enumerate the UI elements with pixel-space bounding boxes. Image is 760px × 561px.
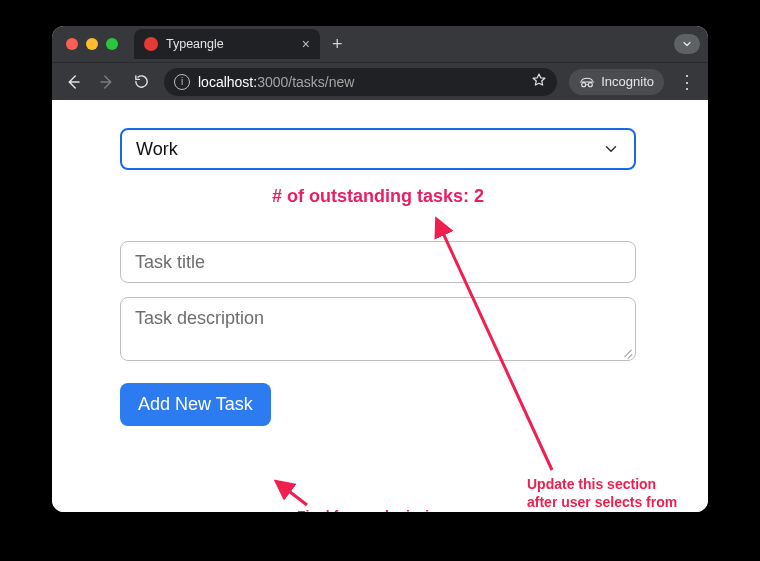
- arrow-left-icon: [64, 73, 82, 91]
- forward-button[interactable]: [96, 71, 118, 93]
- fullscreen-window-button[interactable]: [106, 38, 118, 50]
- toolbar: i localhost:3000/tasks/new Incognito ⋮: [52, 62, 708, 100]
- annotation-submit-note: Final form submission: [297, 508, 446, 512]
- chevron-down-icon: [681, 38, 693, 50]
- favicon-icon: [144, 37, 158, 51]
- new-tab-button[interactable]: +: [326, 34, 349, 55]
- browser-window: Typeangle × + i localhost:3000/tasks/new: [52, 26, 708, 512]
- site-info-icon[interactable]: i: [174, 74, 190, 90]
- close-window-button[interactable]: [66, 38, 78, 50]
- reload-button[interactable]: [130, 71, 152, 93]
- task-title-input[interactable]: Task title: [120, 241, 636, 283]
- star-icon: [531, 72, 547, 88]
- url-host: localhost:3000/tasks/new: [198, 74, 354, 90]
- chevron-down-icon: [602, 140, 620, 158]
- add-task-button-label: Add New Task: [138, 394, 253, 414]
- window-controls: [66, 38, 118, 50]
- back-button[interactable]: [62, 71, 84, 93]
- incognito-label: Incognito: [601, 74, 654, 89]
- placeholder-text: Task description: [135, 308, 264, 328]
- reload-icon: [133, 73, 150, 90]
- page-content: Work # of outstanding tasks: 2 Task titl…: [52, 100, 708, 512]
- add-task-button[interactable]: Add New Task: [120, 383, 271, 426]
- titlebar: Typeangle × +: [52, 26, 708, 62]
- tab-active[interactable]: Typeangle ×: [134, 29, 320, 59]
- outstanding-count: # of outstanding tasks: 2: [120, 186, 636, 207]
- resize-handle-icon[interactable]: [622, 347, 632, 357]
- tab-title: Typeangle: [166, 37, 294, 51]
- minimize-window-button[interactable]: [86, 38, 98, 50]
- annotation-dropdown-note: Update this section after user selects f…: [527, 476, 687, 512]
- bookmark-button[interactable]: [531, 72, 547, 91]
- browser-menu-button[interactable]: ⋮: [676, 71, 698, 93]
- address-bar[interactable]: i localhost:3000/tasks/new: [164, 68, 557, 96]
- close-tab-icon[interactable]: ×: [302, 36, 310, 52]
- incognito-icon: [579, 74, 595, 90]
- new-task-form: Work # of outstanding tasks: 2 Task titl…: [120, 128, 636, 426]
- placeholder-text: Task title: [135, 252, 205, 272]
- task-description-input[interactable]: Task description: [120, 297, 636, 361]
- tabstrip: Typeangle × +: [134, 29, 674, 59]
- tab-overflow-button[interactable]: [674, 34, 700, 54]
- incognito-badge[interactable]: Incognito: [569, 69, 664, 95]
- category-select[interactable]: Work: [120, 128, 636, 170]
- arrow-right-icon: [98, 73, 116, 91]
- category-select-value: Work: [136, 139, 602, 160]
